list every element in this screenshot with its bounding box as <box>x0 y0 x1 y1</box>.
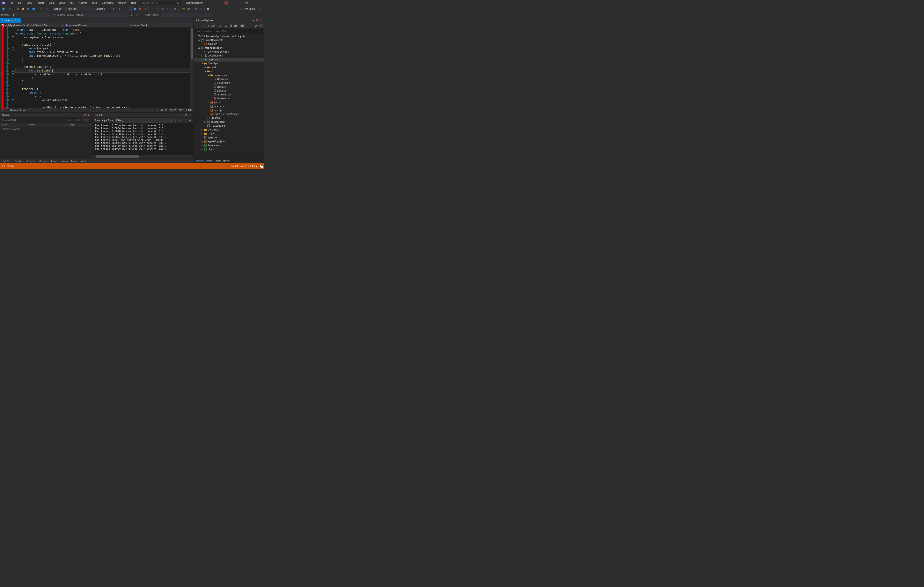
tool-window-btn1[interactable] <box>181 7 186 11</box>
nav-left-icon[interactable]: ← <box>58 119 60 122</box>
tree-item[interactable]: ▷C#Program.cs <box>194 143 264 147</box>
bookmark-btn[interactable] <box>206 7 210 11</box>
menu-analyze[interactable]: Analyze <box>77 1 89 5</box>
screenshot-button[interactable] <box>124 7 128 11</box>
code-line[interactable] <box>15 61 190 65</box>
close-button[interactable] <box>254 0 262 6</box>
watch-col-name[interactable]: Name <box>0 123 28 127</box>
watch-col-value[interactable]: Value <box>28 123 68 127</box>
tree-item[interactable]: ▷{}package.json <box>194 120 264 124</box>
se-search-box[interactable]: ▾ <box>195 29 263 33</box>
autoscroll-btn[interactable]: ≡ <box>178 118 181 122</box>
fold-gutter[interactable]: −−−−−− <box>11 28 15 108</box>
comment-btn[interactable] <box>193 7 198 11</box>
thread-fn-btn[interactable] <box>129 13 134 17</box>
col-indicator[interactable]: Ch: 20 <box>170 109 176 111</box>
chevron-icon[interactable]: ◢ <box>201 63 203 64</box>
new-project-button[interactable] <box>16 7 20 11</box>
se-tab[interactable]: Team Explorer <box>214 159 232 164</box>
tree-item[interactable]: JSNavMenu.js <box>194 97 264 101</box>
notifications-icon[interactable] <box>259 165 262 168</box>
save-all-button[interactable] <box>31 7 36 11</box>
member-dropdown[interactable]: incrementCounter ▾ <box>64 23 129 28</box>
solution-tree[interactable]: Solution 'WebApplication4' (1 of 1 proje… <box>194 34 264 158</box>
process-dropdown[interactable]: [] <box>12 13 50 17</box>
fold-toggle[interactable]: − <box>12 70 14 72</box>
tool-window-btn2[interactable] <box>186 7 191 11</box>
se-view-btn[interactable]: ▾ <box>210 24 216 28</box>
code-content[interactable]: import React, { Component } from 'react'… <box>15 28 190 108</box>
tree-item[interactable]: JSCounter.js <box>194 77 264 81</box>
wrap-btn[interactable]: ⋯ <box>188 118 192 122</box>
close-tab-icon[interactable]: ✕ <box>17 19 19 22</box>
stop-button[interactable] <box>138 7 142 11</box>
tree-item[interactable]: M↓README.md <box>194 124 264 128</box>
panel-dropdown-icon[interactable]: ▾ <box>80 114 82 116</box>
nav-back-button[interactable]: ▾ <box>1 7 7 11</box>
minimize-button[interactable] <box>231 0 239 6</box>
chevron-icon[interactable]: ◢ <box>204 70 206 72</box>
code-line[interactable]: <n>This is a simple example of a React c… <box>15 106 190 108</box>
nav-right-icon[interactable]: → <box>61 119 63 122</box>
watch-placeholder[interactable]: Add item to watch <box>0 127 92 158</box>
code-line[interactable]: constructor(props) { <box>15 43 190 46</box>
se-search-input[interactable] <box>196 30 259 33</box>
eol-indicator[interactable]: CRLF <box>186 109 191 111</box>
editor-scrollbar[interactable] <box>190 28 193 108</box>
tree-item[interactable]: .gitignore <box>194 136 264 139</box>
code-line[interactable]: this.state = { currentCount: 0 }; <box>15 50 190 54</box>
tree-item[interactable]: ▷{}appsettings.json <box>194 139 264 143</box>
stackframe-dropdown[interactable] <box>161 13 211 17</box>
se-fwd-btn[interactable]: ▸ <box>200 24 203 28</box>
tree-item[interactable]: JSLayout.js <box>194 89 264 93</box>
chevron-icon[interactable]: ◢ <box>198 39 200 41</box>
se-preview-btn[interactable] <box>240 24 244 28</box>
code-line[interactable]: displayName = Counter.name <box>15 35 190 39</box>
source-control-button[interactable]: ↑ Add to Source Control ▴ <box>231 165 257 167</box>
se-tab[interactable]: Solution Explorer <box>194 159 214 164</box>
thread-dropdown[interactable] <box>85 13 127 17</box>
scope-dropdown[interactable]: 📄 WebApplication4 JavaScript Content Fil… <box>0 23 64 28</box>
show-next-button[interactable] <box>150 7 154 11</box>
bottom-tab[interactable]: Call St… <box>1 159 13 163</box>
watch-search-input[interactable] <box>2 119 48 122</box>
intellicode-btn[interactable]: ▾ <box>173 7 178 11</box>
chevron-icon[interactable]: ▷ <box>201 132 203 135</box>
menu-debug[interactable]: Debug <box>56 1 67 5</box>
pause-button[interactable] <box>133 7 137 11</box>
tree-item[interactable]: ◢src <box>194 69 264 73</box>
restart-button[interactable] <box>142 7 147 11</box>
breakpoint-gutter[interactable] <box>0 28 4 108</box>
code-line[interactable]: } <box>15 80 190 84</box>
code-line[interactable] <box>15 84 190 87</box>
tree-item[interactable]: ◢ClientApp <box>194 61 264 65</box>
code-line[interactable]: <div> <box>15 95 190 98</box>
uncomment-btn[interactable] <box>199 7 203 11</box>
chevron-icon[interactable]: ▷ <box>201 55 203 57</box>
code-line[interactable]: render() { <box>15 87 190 91</box>
code-line[interactable]: export class Counter extends Component { <box>15 32 190 35</box>
redo-button[interactable]: ▾ <box>45 7 50 11</box>
se-collapse-btn[interactable] <box>229 24 233 28</box>
se-sync-btn[interactable]: ▾ <box>218 24 223 28</box>
bottom-tab[interactable]: Locals <box>70 159 79 163</box>
space-indicator[interactable]: SPC <box>179 109 183 111</box>
code-line[interactable]: <h1>Counter</h1> <box>15 98 190 102</box>
tree-item[interactable]: ◢Script Documents <box>194 38 264 42</box>
refresh-button[interactable]: ▾ <box>110 7 116 11</box>
tab-dropdown-icon[interactable]: ▾ <box>191 20 192 21</box>
step-into-button[interactable] <box>155 7 160 11</box>
save-button[interactable] <box>26 7 31 11</box>
nav-down-icon[interactable]: ▾ <box>2 109 3 111</box>
breakpoint-dot[interactable] <box>1 73 3 75</box>
fold-toggle[interactable]: − <box>12 36 14 38</box>
tree-item[interactable]: ▷JSApp.js <box>194 101 264 104</box>
step-out-button[interactable] <box>165 7 170 11</box>
tree-item[interactable]: cssNavMenu.css <box>194 93 264 97</box>
tree-item[interactable]: JSindex.js <box>194 108 264 112</box>
se-back-btn[interactable]: ◯ <box>195 24 199 28</box>
tree-item[interactable]: ▷Dependencies <box>194 54 264 58</box>
bottom-tab[interactable]: Comm… <box>38 159 49 163</box>
code-line[interactable] <box>15 39 190 43</box>
se-home-btn[interactable] <box>206 24 210 28</box>
